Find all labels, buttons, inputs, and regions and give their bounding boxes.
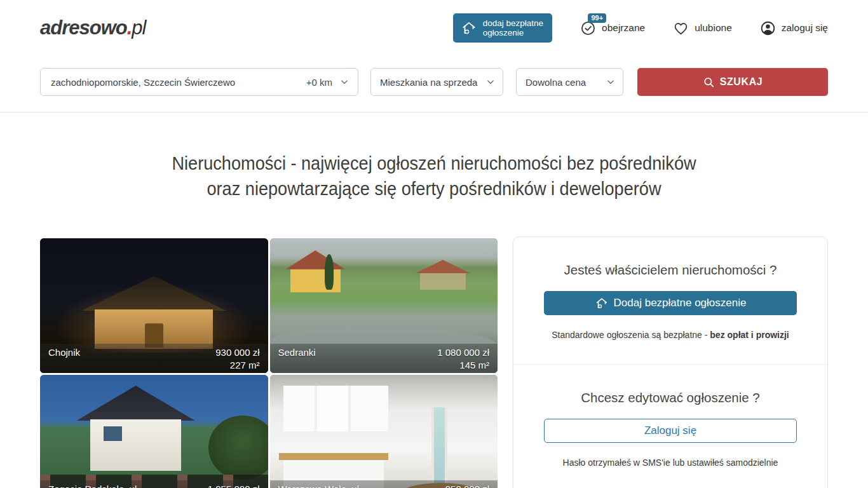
- viewed-link[interactable]: 99+ obejrzane: [580, 20, 645, 36]
- listing-name: Warszawa Wola, ul.: [278, 483, 445, 488]
- photo-gazebo-shape: [416, 260, 470, 273]
- owner-panel: Jesteś właścicielem nieruchomości ? Doda…: [513, 236, 828, 488]
- login-label: zaloguj się: [782, 22, 828, 34]
- location-input[interactable]: zachodniopomorskie, Szczecin Świerczewo …: [40, 68, 358, 96]
- listing-name: Zegocie Podskale, ul.: [48, 483, 208, 488]
- chevron-down-icon: [606, 78, 615, 86]
- photo-roof-shape: [81, 276, 227, 311]
- location-value: zachodniopomorskie, Szczecin Świerczewo: [51, 77, 235, 88]
- sidebar-login-label: Zaloguj się: [644, 424, 696, 437]
- home-plus-icon: [595, 296, 609, 310]
- search-button-label: SZUKAJ: [720, 76, 763, 88]
- owner-title: Jesteś właścicielem nieruchomości ?: [544, 262, 797, 278]
- listing-card[interactable]: Sedranki 1 080 000 zł 145 m²: [270, 238, 498, 373]
- search-section: zachodniopomorskie, Szczecin Świerczewo …: [0, 56, 868, 112]
- account-circle-icon: [760, 20, 776, 36]
- listing-card[interactable]: Warszawa Wola, ul. 950 000 zł: [270, 375, 498, 488]
- listing-area: 145 m²: [437, 359, 489, 372]
- edit-note: Hasło otrzymałeś w SMS'ie lub ustawiłeś …: [544, 458, 797, 468]
- listing-card[interactable]: Zegocie Podskale, ul. 1 055 000 zł: [40, 375, 268, 488]
- listing-photo: [270, 375, 498, 488]
- listings-grid: Chojnik 930 000 zł 227 m² Sedranki 1 080…: [40, 238, 498, 488]
- listing-caption: Zegocie Podskale, ul. 1 055 000 zł: [40, 480, 268, 488]
- listing-price: 950 000 zł: [445, 483, 489, 488]
- listing-price: 1 080 000 zł: [437, 346, 489, 359]
- photo-bush-shape: [208, 416, 268, 480]
- page-title: Nieruchomości - najwięcej ogłoszeń nieru…: [35, 151, 834, 201]
- logo-tld: pl: [132, 17, 146, 39]
- viewed-label: obejrzane: [602, 22, 645, 34]
- category-value: Mieszkania na sprzeda: [380, 77, 480, 88]
- photo-counter-shape: [279, 453, 388, 460]
- photo-cabinet-shape: [283, 386, 388, 431]
- radius-dropdown[interactable]: +0 km: [306, 77, 349, 88]
- edit-section: Chcesz edytować ogłoszenie ? Zaloguj się…: [513, 364, 827, 488]
- listing-name: Chojnik: [48, 346, 215, 359]
- listing-area: 227 m²: [215, 359, 259, 372]
- owner-note: Standardowe ogłoszenia są bezpłatne - be…: [544, 330, 797, 340]
- owner-section: Jesteś właścicielem nieruchomości ? Doda…: [513, 237, 827, 364]
- category-select[interactable]: Mieszkania na sprzeda: [370, 68, 503, 96]
- viewed-count-badge: 99+: [588, 13, 606, 23]
- listing-price: 1 055 000 zł: [208, 483, 260, 488]
- price-select[interactable]: Dowolna cena: [516, 68, 623, 96]
- favorites-link[interactable]: ulubione: [673, 20, 732, 36]
- sidebar-login-button[interactable]: Zaloguj się: [544, 419, 797, 443]
- photo-roof-shape: [286, 250, 345, 269]
- price-value: Dowolna cena: [526, 77, 586, 88]
- listing-caption: Chojnik 930 000 zł 227 m²: [40, 344, 268, 373]
- listing-photo: [40, 375, 268, 488]
- listing-name: Sedranki: [278, 346, 438, 359]
- chevron-down-icon: [486, 78, 495, 86]
- sidebar-add-listing-label: Dodaj bezpłatne ogłoszenie: [614, 297, 747, 309]
- login-link[interactable]: zaloguj się: [760, 20, 828, 36]
- search-icon: [703, 76, 715, 88]
- check-circle-icon: 99+: [580, 20, 596, 36]
- photo-door-shape: [431, 405, 447, 485]
- listing-caption: Sedranki 1 080 000 zł 145 m²: [270, 344, 498, 373]
- home-plus-icon: [461, 20, 477, 36]
- radius-value: +0 km: [306, 77, 332, 88]
- hero-section: Nieruchomości - najwięcej ogłoszeń nieru…: [0, 112, 868, 238]
- main-content: Chojnik 930 000 zł 227 m² Sedranki 1 080…: [0, 238, 868, 488]
- top-header: adresowo.pl dodaj bezpłatne ogłoszenie: [0, 0, 868, 56]
- logo-name: adresowo: [40, 17, 127, 39]
- listing-card[interactable]: Chojnik 930 000 zł 227 m²: [40, 238, 268, 373]
- add-listing-button[interactable]: dodaj bezpłatne ogłoszenie: [453, 13, 552, 43]
- site-logo[interactable]: adresowo.pl: [40, 17, 146, 39]
- add-listing-label: dodaj bezpłatne ogłoszenie: [483, 18, 543, 37]
- photo-window-shape: [104, 426, 122, 441]
- favorites-label: ulubione: [695, 22, 732, 34]
- sidebar-add-listing-button[interactable]: Dodaj bezpłatne ogłoszenie: [544, 291, 797, 315]
- photo-gazebo-shape: [420, 273, 466, 289]
- listing-price: 930 000 zł: [215, 346, 259, 359]
- listing-caption: Warszawa Wola, ul. 950 000 zł: [270, 480, 498, 488]
- edit-title: Chcesz edytować ogłoszenie ?: [544, 390, 797, 405]
- chevron-down-icon: [340, 78, 349, 86]
- heart-icon: [673, 20, 689, 36]
- header-actions: dodaj bezpłatne ogłoszenie 99+ obejrzane…: [453, 13, 828, 43]
- photo-tree-shape: [325, 254, 334, 289]
- photo-roof-shape: [76, 386, 194, 421]
- search-button[interactable]: SZUKAJ: [637, 68, 828, 96]
